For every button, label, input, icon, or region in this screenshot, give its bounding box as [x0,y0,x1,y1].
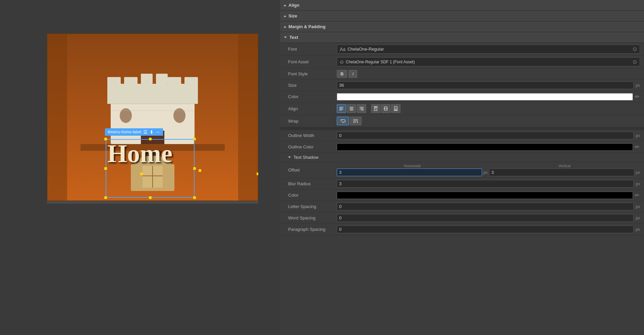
blur-radius-input[interactable] [337,180,634,188]
text-section-header[interactable]: Text [280,32,644,43]
h-offset-input[interactable] [337,169,482,176]
font-asset-icon: ⊙ [340,59,344,65]
anchor-br[interactable] [193,196,196,199]
h-offset-unit: px [483,170,488,175]
v-align-group [371,104,400,113]
bold-button[interactable]: B [337,70,347,78]
outline-color-value: ✏ [337,143,640,151]
italic-button[interactable]: I [348,70,357,78]
paragraph-spacing-unit: px [636,227,640,232]
font-label: Font [288,47,337,52]
h-offset-input-group: px [337,169,488,176]
properties-panel: Align Size Margin & Padding Text Font Aa… [280,0,644,335]
wrap-label: Wrap [288,119,337,124]
color-eyedropper[interactable]: ✏ [634,93,640,100]
h-offset-group: Horizontal px [337,164,488,176]
wrap-group [337,117,362,125]
font-asset-target-icon[interactable]: ⊙ [633,59,637,65]
v-offset-input[interactable] [489,169,634,176]
separator-1 [280,127,644,130]
outline-color-eyedropper[interactable]: ✏ [634,144,640,150]
size-value: px [337,81,640,89]
paragraph-spacing-input[interactable] [337,225,634,233]
anchor-top[interactable] [149,138,152,140]
font-target-icon[interactable]: ⊙ [633,46,637,52]
size-section-label: Size [288,13,297,18]
game-canvas: #menu-home-label ☰ ⬇ ↔ Home [47,34,258,201]
size-label: Size [288,83,337,88]
size-input[interactable] [337,81,634,89]
outline-width-label: Outline Width [288,133,337,138]
v-offset-col-label: Vertical [489,164,640,168]
wrap-btn-1[interactable] [337,117,349,125]
align-center-btn[interactable] [347,104,356,113]
margin-triangle [284,26,286,27]
align-icon[interactable]: ☰ [143,129,148,135]
paragraph-spacing-label: Paragraph Spacing [288,227,337,232]
text-properties-body: Font Aa ChelaOne-Regular ⊙ Font Asset ⊙ … [280,43,644,235]
blur-unit: px [636,182,640,186]
anchor-tl[interactable] [104,138,107,140]
align-top-btn[interactable] [371,104,380,113]
v-offset-unit: px [636,170,640,175]
size-triangle [284,15,286,17]
word-spacing-input[interactable] [337,214,634,222]
font-aa-icon: Aa [340,47,345,52]
element-id-label: #menu-home-label [108,130,141,134]
word-spacing-label: Word Spacing [288,215,337,220]
size-section-header[interactable]: Size [280,11,644,21]
anchor-right[interactable] [193,167,196,170]
text-shadow-header[interactable]: Text Shadow [280,153,644,162]
outline-color-swatch[interactable] [337,143,633,151]
align-left-btn[interactable] [337,104,346,113]
font-style-value: B I [337,70,640,78]
h-offset-col-label: Horizontal [337,164,488,168]
shadow-color-label: Color [288,193,337,198]
text-shadow-triangle [288,156,291,158]
blur-radius-row: Blur Radius px [280,178,644,190]
align-bottom-btn[interactable] [391,104,400,113]
color-swatch[interactable] [337,93,633,100]
shadow-color-value: ✏ [337,192,640,199]
selected-element[interactable]: #menu-home-label ☰ ⬇ ↔ Home [106,139,195,198]
svg-rect-9 [141,74,153,84]
external-anchor-top [199,169,201,172]
align-triangle [284,4,286,6]
svg-rect-7 [168,77,181,87]
anchor-bottom[interactable] [149,196,152,199]
anchor-icon[interactable]: ⬇ [150,129,154,135]
font-asset-display[interactable]: ⊙ ChelaOne-Regular SDF 1 (Font Asset) ⊙ [337,57,640,66]
font-row: Font Aa ChelaOne-Regular ⊙ [280,43,644,56]
align-row-label: Align [288,106,337,111]
wrap-row: Wrap [280,115,644,127]
word-spacing-unit: px [636,216,640,220]
external-anchor-left [140,173,143,175]
align-row: Align [280,103,644,115]
color-value: ✏ [337,93,640,100]
element-toolbar[interactable]: #menu-home-label ☰ ⬇ ↔ [105,128,163,136]
resize-icon[interactable]: ↔ [156,129,160,135]
font-style-label: Font Style [288,71,337,76]
align-section-header[interactable]: Align [280,0,644,11]
external-anchor-right [257,173,258,175]
anchor-bl[interactable] [104,196,107,199]
svg-rect-6 [124,77,138,87]
paragraph-spacing-value: px [337,225,640,233]
v-offset-group: Vertical px [489,164,640,176]
v-offset-input-group: px [489,169,640,176]
letter-spacing-row: Letter Spacing px [280,201,644,212]
outline-width-input[interactable] [337,132,634,139]
margin-padding-section-header[interactable]: Margin & Padding [280,21,644,32]
letter-spacing-input[interactable] [337,203,634,210]
align-right-btn[interactable] [357,104,366,113]
align-middle-btn[interactable] [381,104,390,113]
letter-spacing-value: px [337,203,640,210]
wrap-btn-2[interactable] [350,117,362,125]
shadow-color-eyedropper[interactable]: ✏ [634,192,640,198]
anchor-left[interactable] [104,167,107,170]
svg-rect-10 [156,74,168,84]
anchor-tr[interactable] [193,138,196,140]
shadow-color-swatch[interactable] [337,192,633,199]
word-spacing-row: Word Spacing px [280,212,644,224]
font-display[interactable]: Aa ChelaOne-Regular ⊙ [337,45,640,54]
